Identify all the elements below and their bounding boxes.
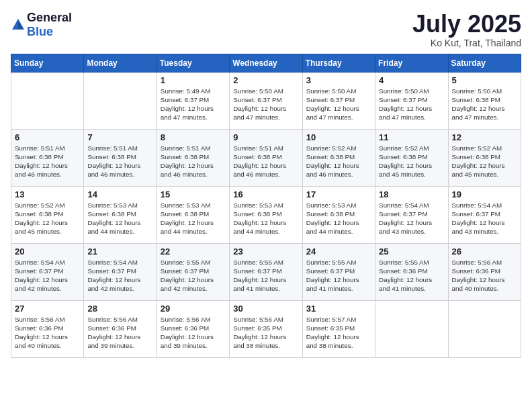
day-cell: 12Sunrise: 5:52 AMSunset: 6:38 PMDayligh… <box>448 129 521 186</box>
day-cell: 28Sunrise: 5:56 AMSunset: 6:36 PMDayligh… <box>84 300 157 357</box>
day-cell: 21Sunrise: 5:54 AMSunset: 6:37 PMDayligh… <box>84 243 157 300</box>
day-cell <box>84 72 157 129</box>
day-number: 4 <box>379 75 444 85</box>
day-number: 17 <box>306 189 371 199</box>
day-cell: 4Sunrise: 5:50 AMSunset: 6:37 PMDaylight… <box>375 72 448 129</box>
day-cell: 30Sunrise: 5:56 AMSunset: 6:35 PMDayligh… <box>230 300 302 357</box>
day-info: Sunrise: 5:50 AMSunset: 6:37 PMDaylight:… <box>233 87 298 122</box>
week-row-3: 13Sunrise: 5:52 AMSunset: 6:38 PMDayligh… <box>11 186 521 243</box>
day-info: Sunrise: 5:51 AMSunset: 6:38 PMDaylight:… <box>161 144 226 179</box>
day-number: 29 <box>161 304 226 314</box>
day-number: 8 <box>161 132 226 142</box>
day-cell: 8Sunrise: 5:51 AMSunset: 6:38 PMDaylight… <box>157 129 229 186</box>
header-cell-saturday: Saturday <box>448 54 521 72</box>
day-cell: 14Sunrise: 5:53 AMSunset: 6:38 PMDayligh… <box>84 186 157 243</box>
day-cell: 20Sunrise: 5:54 AMSunset: 6:37 PMDayligh… <box>11 243 84 300</box>
day-cell: 13Sunrise: 5:52 AMSunset: 6:38 PMDayligh… <box>11 186 84 243</box>
day-info: Sunrise: 5:56 AMSunset: 6:36 PMDaylight:… <box>161 315 226 351</box>
day-number: 18 <box>379 189 444 199</box>
day-number: 24 <box>306 246 371 257</box>
day-info: Sunrise: 5:54 AMSunset: 6:37 PMDaylight:… <box>87 258 152 293</box>
day-number: 13 <box>15 189 80 199</box>
day-cell: 9Sunrise: 5:51 AMSunset: 6:38 PMDaylight… <box>230 129 302 186</box>
day-info: Sunrise: 5:53 AMSunset: 6:38 PMDaylight:… <box>233 201 298 236</box>
day-info: Sunrise: 5:50 AMSunset: 6:38 PMDaylight:… <box>452 87 517 122</box>
day-info: Sunrise: 5:51 AMSunset: 6:38 PMDaylight:… <box>15 144 80 179</box>
day-cell <box>448 300 521 357</box>
location: Ko Kut, Trat, Thailand <box>412 38 521 48</box>
day-info: Sunrise: 5:55 AMSunset: 6:37 PMDaylight:… <box>161 258 226 293</box>
logo-icon <box>11 17 26 32</box>
month-year: July 2025 <box>412 11 521 38</box>
day-cell: 31Sunrise: 5:57 AMSunset: 6:35 PMDayligh… <box>302 300 375 357</box>
day-cell: 16Sunrise: 5:53 AMSunset: 6:38 PMDayligh… <box>230 186 302 243</box>
week-row-5: 27Sunrise: 5:56 AMSunset: 6:36 PMDayligh… <box>11 300 521 357</box>
day-number: 2 <box>233 75 298 85</box>
day-number: 1 <box>161 75 226 85</box>
day-cell: 23Sunrise: 5:55 AMSunset: 6:37 PMDayligh… <box>230 243 302 300</box>
svg-marker-1 <box>18 21 23 29</box>
day-info: Sunrise: 5:56 AMSunset: 6:35 PMDaylight:… <box>233 315 298 351</box>
logo: General Blue <box>11 11 72 39</box>
week-row-2: 6Sunrise: 5:51 AMSunset: 6:38 PMDaylight… <box>11 129 521 186</box>
day-cell: 26Sunrise: 5:56 AMSunset: 6:36 PMDayligh… <box>448 243 521 300</box>
day-cell: 11Sunrise: 5:52 AMSunset: 6:38 PMDayligh… <box>375 129 448 186</box>
day-number: 31 <box>306 304 371 314</box>
day-number: 12 <box>452 132 517 142</box>
day-number: 16 <box>233 189 298 199</box>
day-number: 27 <box>15 304 80 314</box>
day-cell <box>375 300 448 357</box>
day-info: Sunrise: 5:56 AMSunset: 6:36 PMDaylight:… <box>87 315 152 351</box>
day-number: 15 <box>161 189 226 199</box>
day-number: 9 <box>233 132 298 142</box>
day-cell: 18Sunrise: 5:54 AMSunset: 6:37 PMDayligh… <box>375 186 448 243</box>
calendar-table: SundayMondayTuesdayWednesdayThursdayFrid… <box>11 54 521 358</box>
header-cell-friday: Friday <box>375 54 448 72</box>
day-number: 3 <box>306 75 371 85</box>
week-row-1: 1Sunrise: 5:49 AMSunset: 6:37 PMDaylight… <box>11 72 521 129</box>
day-info: Sunrise: 5:54 AMSunset: 6:37 PMDaylight:… <box>15 258 80 293</box>
day-cell: 10Sunrise: 5:52 AMSunset: 6:38 PMDayligh… <box>302 129 375 186</box>
header-cell-sunday: Sunday <box>11 54 84 72</box>
day-cell: 27Sunrise: 5:56 AMSunset: 6:36 PMDayligh… <box>11 300 84 357</box>
day-number: 26 <box>452 246 517 257</box>
day-cell: 29Sunrise: 5:56 AMSunset: 6:36 PMDayligh… <box>157 300 229 357</box>
day-number: 6 <box>15 132 80 142</box>
day-info: Sunrise: 5:57 AMSunset: 6:35 PMDaylight:… <box>306 315 371 351</box>
day-number: 7 <box>87 132 152 142</box>
week-row-4: 20Sunrise: 5:54 AMSunset: 6:37 PMDayligh… <box>11 243 521 300</box>
day-cell: 15Sunrise: 5:53 AMSunset: 6:38 PMDayligh… <box>157 186 229 243</box>
day-number: 5 <box>452 75 517 85</box>
day-cell: 5Sunrise: 5:50 AMSunset: 6:38 PMDaylight… <box>448 72 521 129</box>
day-number: 20 <box>15 246 80 257</box>
day-cell <box>11 72 84 129</box>
day-cell: 24Sunrise: 5:55 AMSunset: 6:37 PMDayligh… <box>302 243 375 300</box>
day-number: 11 <box>379 132 444 142</box>
day-cell: 19Sunrise: 5:54 AMSunset: 6:37 PMDayligh… <box>448 186 521 243</box>
day-info: Sunrise: 5:52 AMSunset: 6:38 PMDaylight:… <box>306 144 371 179</box>
day-info: Sunrise: 5:52 AMSunset: 6:38 PMDaylight:… <box>15 201 80 236</box>
day-number: 22 <box>161 246 226 257</box>
calendar-body: 1Sunrise: 5:49 AMSunset: 6:37 PMDaylight… <box>11 72 521 357</box>
day-cell: 3Sunrise: 5:50 AMSunset: 6:37 PMDaylight… <box>302 72 375 129</box>
day-info: Sunrise: 5:54 AMSunset: 6:37 PMDaylight:… <box>379 201 444 236</box>
day-info: Sunrise: 5:53 AMSunset: 6:38 PMDaylight:… <box>161 201 226 236</box>
day-info: Sunrise: 5:49 AMSunset: 6:37 PMDaylight:… <box>161 87 226 122</box>
header-cell-thursday: Thursday <box>302 54 375 72</box>
day-info: Sunrise: 5:53 AMSunset: 6:38 PMDaylight:… <box>306 201 371 236</box>
header-cell-monday: Monday <box>84 54 157 72</box>
day-number: 25 <box>379 246 444 257</box>
day-info: Sunrise: 5:50 AMSunset: 6:37 PMDaylight:… <box>379 87 444 122</box>
day-info: Sunrise: 5:54 AMSunset: 6:37 PMDaylight:… <box>452 201 517 236</box>
day-number: 30 <box>233 304 298 314</box>
day-info: Sunrise: 5:56 AMSunset: 6:36 PMDaylight:… <box>452 258 517 293</box>
day-cell: 17Sunrise: 5:53 AMSunset: 6:38 PMDayligh… <box>302 186 375 243</box>
day-info: Sunrise: 5:52 AMSunset: 6:38 PMDaylight:… <box>452 144 517 179</box>
day-cell: 1Sunrise: 5:49 AMSunset: 6:37 PMDaylight… <box>157 72 229 129</box>
page-header: General Blue July 2025 Ko Kut, Trat, Tha… <box>11 11 521 48</box>
day-cell: 7Sunrise: 5:51 AMSunset: 6:38 PMDaylight… <box>84 129 157 186</box>
header-cell-wednesday: Wednesday <box>230 54 302 72</box>
day-info: Sunrise: 5:51 AMSunset: 6:38 PMDaylight:… <box>233 144 298 179</box>
day-number: 28 <box>87 304 152 314</box>
day-info: Sunrise: 5:55 AMSunset: 6:36 PMDaylight:… <box>379 258 444 293</box>
